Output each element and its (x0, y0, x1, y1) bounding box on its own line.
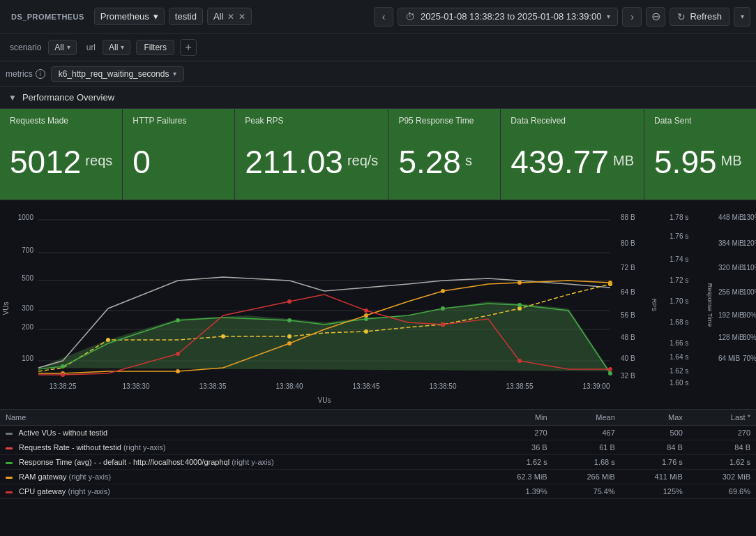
stat-value: 5.28 (398, 146, 461, 178)
stat-value: 5012 (10, 146, 81, 178)
refresh-label: Refresh (690, 11, 722, 22)
stat-panel-peak-rps: Peak RPS 211.03 req/s (235, 109, 388, 200)
stat-value-row: 439.77 MB (511, 131, 634, 193)
svg-text:13:38:40: 13:38:40 (276, 382, 303, 390)
metrics-select[interactable]: k6_http_req_waiting_seconds ▾ (51, 66, 185, 82)
url-label: url (82, 40, 100, 54)
svg-text:88 B: 88 B (621, 214, 635, 221)
svg-text:56 B: 56 B (621, 311, 635, 319)
stat-panel-data-received: Data Received 439.77 MB (501, 109, 644, 200)
all-tag-value: All (213, 11, 223, 22)
series-mean: 467 (553, 426, 621, 440)
stat-label: Data Sent (654, 116, 746, 126)
legend-header-last: Last * (688, 410, 756, 426)
svg-text:1.66 s: 1.66 s (670, 339, 688, 347)
url-select[interactable]: All ▾ (103, 40, 130, 55)
legend-table: Name Min Mean Max Last * Active VUs - wi… (0, 410, 756, 499)
svg-text:1.68 s: 1.68 s (670, 318, 688, 326)
svg-text:320 MiB: 320 MiB (718, 264, 744, 271)
svg-point-74 (364, 313, 368, 318)
refresh-button[interactable]: ↻ Refresh (670, 8, 729, 26)
svg-text:448 MiB: 448 MiB (718, 214, 744, 221)
scenario-select[interactable]: All ▾ (48, 40, 76, 55)
stat-label: Peak RPS (245, 116, 378, 126)
svg-text:13:38:55: 13:38:55 (506, 382, 534, 390)
svg-text:1.76 s: 1.76 s (670, 232, 688, 240)
metrics-bar: metrics i k6_http_req_waiting_seconds ▾ (0, 61, 756, 87)
all-tag-pill[interactable]: All ✕ ✕ (207, 8, 252, 25)
stat-unit: s (465, 153, 472, 172)
svg-text:120%: 120% (743, 239, 756, 247)
svg-point-73 (287, 341, 292, 345)
time-range-picker[interactable]: ⏱ 2025-01-08 13:38:23 to 2025-01-08 13:3… (398, 8, 619, 26)
svg-text:300: 300 (22, 304, 33, 312)
svg-text:192 MiB: 192 MiB (718, 311, 744, 319)
series-sub: (right y-axis) (69, 472, 112, 481)
time-next-button[interactable]: › (622, 7, 642, 27)
stats-row: Requests Made 5012 reqs HTTP Failures 0 … (0, 109, 756, 200)
series-name: Requests Rate - without testid (19, 443, 121, 452)
time-prev-button[interactable]: ‹ (374, 7, 393, 27)
stat-value: 0 (133, 146, 151, 178)
close-icon[interactable]: ✕ (227, 12, 234, 22)
svg-text:64 B: 64 B (621, 288, 635, 296)
svg-text:RPS: RPS (651, 299, 658, 312)
refresh-dropdown-button[interactable]: ▾ (734, 7, 750, 27)
series-mean: 1.68 s (553, 455, 621, 470)
svg-text:Response Time: Response Time (706, 283, 713, 327)
svg-point-79 (176, 352, 180, 356)
plus-icon: + (185, 41, 191, 54)
svg-point-75 (441, 289, 445, 293)
svg-point-81 (364, 308, 368, 313)
series-color-indicator (6, 433, 13, 435)
svg-text:13:38:25: 13:38:25 (50, 382, 77, 390)
stat-unit: MB (613, 153, 634, 172)
svg-point-68 (441, 306, 445, 311)
svg-text:13:38:45: 13:38:45 (353, 382, 380, 390)
refresh-icon: ↻ (677, 11, 686, 22)
svg-text:1.72 s: 1.72 s (670, 276, 688, 284)
metrics-label-group: metrics i (6, 69, 45, 79)
svg-text:1.78 s: 1.78 s (670, 214, 688, 221)
ds-label: DS_PROMETHEUS (6, 10, 90, 24)
stat-panel-requests-made: Requests Made 5012 reqs (0, 109, 123, 200)
svg-point-72 (176, 369, 180, 373)
chevron-down-icon-metrics: ▾ (173, 70, 176, 77)
svg-text:1.70 s: 1.70 s (670, 297, 688, 305)
series-max: 500 (621, 426, 688, 440)
top-bar: DS_PROMETHEUS Prometheus ▾ testid All ✕ … (0, 0, 756, 34)
svg-text:1.60 s: 1.60 s (670, 379, 688, 387)
svg-text:200: 200 (22, 323, 33, 331)
filters-label: Filters (144, 43, 167, 52)
series-color-indicator (6, 447, 13, 449)
stat-unit: reqs (85, 153, 112, 172)
chevron-down-icon-time: ▾ (607, 13, 610, 20)
svg-marker-56 (38, 302, 610, 371)
svg-text:256 MiB: 256 MiB (718, 288, 744, 296)
svg-point-77 (608, 281, 612, 285)
svg-text:128 MiB: 128 MiB (718, 334, 744, 341)
stat-value-row: 5012 reqs (10, 131, 112, 193)
svg-text:13:38:30: 13:38:30 (123, 382, 150, 390)
chevron-down-icon-url: ▾ (121, 43, 124, 51)
close-icon-2[interactable]: ✕ (239, 12, 245, 22)
scenario-label: scenario (6, 40, 45, 54)
section-title: Performance Overview (22, 92, 114, 103)
zoom-out-button[interactable]: ⊖ (646, 7, 665, 27)
series-color-indicator (6, 477, 13, 479)
add-filter-button[interactable]: + (180, 39, 197, 56)
series-color-indicator (6, 462, 13, 464)
series-name: Active VUs - without testid (18, 429, 107, 437)
svg-point-78 (61, 373, 65, 377)
stat-label: Requests Made (10, 116, 112, 126)
tag-pill[interactable]: testid (169, 8, 203, 25)
stat-value-row: 5.28 s (398, 131, 490, 193)
series-name: Response Time (avg) - - default - http:/… (19, 458, 229, 466)
section-header: ▼ Performance Overview (0, 87, 756, 109)
datasource-select[interactable]: Prometheus ▾ (94, 8, 165, 25)
clock-icon: ⏱ (405, 11, 415, 22)
stat-value-row: 211.03 req/s (245, 131, 378, 193)
section-collapse-toggle[interactable]: ▼ (8, 93, 17, 103)
filters-button[interactable]: Filters (136, 40, 174, 55)
stat-label: P95 Response Time (398, 116, 490, 126)
